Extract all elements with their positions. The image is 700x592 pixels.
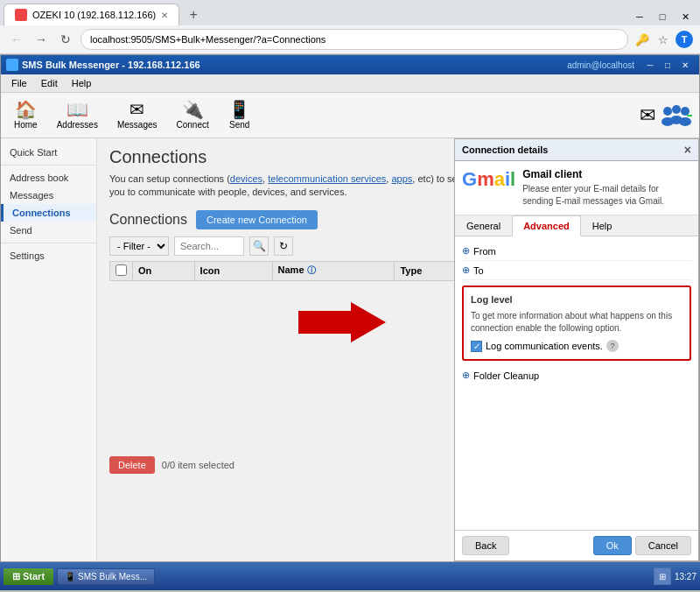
log-level-description: To get more information about what happe… <box>471 310 682 335</box>
gmail-description: Please enter your E-mail details for sen… <box>522 183 691 208</box>
app-titlebar: SMS Bulk Messenger - 192.168.112.166 adm… <box>1 55 699 74</box>
folder-cleanup-row[interactable]: ⊕ Folder Cleanup <box>462 366 691 384</box>
refresh-button[interactable]: ↻ <box>274 236 293 256</box>
user-label: admin@localhost <box>567 60 634 70</box>
taskbar-app-button[interactable]: 📱 SMS Bulk Mess... <box>57 568 155 585</box>
to-row[interactable]: ⊕ To <box>462 261 691 280</box>
select-all-checkbox[interactable] <box>116 264 127 276</box>
gmail-logo: Gmail <box>462 168 515 191</box>
taskbar-right: ⊞ 13:27 <box>654 567 696 585</box>
connect-label: Connect <box>177 120 209 130</box>
forward-button[interactable]: → <box>32 30 51 49</box>
filter-select[interactable]: - Filter - <box>109 236 169 256</box>
tab-advanced[interactable]: Advanced <box>512 215 581 236</box>
back-button[interactable]: ← <box>7 30 26 49</box>
browser-chrome: OZEKI 10 (192.168.112.166) ✕ + ─ □ ✕ ← →… <box>0 0 700 54</box>
send-icon: 📱 <box>228 101 250 118</box>
tab-help[interactable]: Help <box>581 215 624 236</box>
back-button[interactable]: Back <box>462 536 509 555</box>
connect-icon: 🔌 <box>182 101 204 118</box>
telecom-link[interactable]: telecommunication services <box>268 173 386 184</box>
col-checkbox <box>110 261 133 280</box>
connections-section-title: Connections <box>109 212 187 228</box>
gmail-info: Gmail client Please enter your E-mail de… <box>522 168 691 208</box>
app-window: SMS Bulk Messenger - 192.168.112.166 adm… <box>0 54 700 562</box>
gmail-header: Gmail Gmail client Please enter your E-m… <box>455 161 698 215</box>
sidebar-separator <box>1 165 96 166</box>
star-icon[interactable]: ☆ <box>654 31 672 48</box>
red-arrow <box>298 300 386 354</box>
sidebar-item-settings[interactable]: Settings <box>1 247 96 264</box>
tab-general[interactable]: General <box>455 215 512 236</box>
log-help-icon[interactable]: ? <box>606 340 619 352</box>
sidebar-item-quickstart[interactable]: Quick Start <box>1 144 96 161</box>
svg-point-0 <box>663 107 672 116</box>
browser-maximize-button[interactable]: □ <box>651 8 674 25</box>
app-close-button[interactable]: ✕ <box>676 58 694 72</box>
panel-content: ⊕ From ⊕ To Log level To get more inform… <box>455 236 698 530</box>
lock-icon: 🔑 <box>634 31 651 48</box>
app-win-controls: ─ □ ✕ <box>641 58 694 72</box>
cancel-button[interactable]: Cancel <box>635 536 691 555</box>
svg-marker-6 <box>298 302 386 342</box>
taskbar-app-label: SMS Bulk Mess... <box>78 572 147 581</box>
app-minimize-button[interactable]: ─ <box>641 58 659 72</box>
address-bar: ← → ↻ 🔑 ☆ T <box>0 25 700 54</box>
address-input[interactable] <box>80 29 628 50</box>
sidebar-item-connections[interactable]: Connections <box>1 204 96 222</box>
toolbar-send-button[interactable]: 📱 Send <box>220 96 259 134</box>
menu-edit[interactable]: Edit <box>34 76 65 90</box>
toolbar-addresses-button[interactable]: 📖 Addresses <box>49 96 106 134</box>
folder-expand-icon: ⊕ <box>462 370 470 381</box>
send-label: Send <box>229 120 249 130</box>
devices-link[interactable]: devices <box>230 173 262 184</box>
search-button[interactable]: 🔍 <box>249 236 269 256</box>
col-name: Name ⓘ <box>272 261 395 280</box>
user-avatar[interactable]: T <box>676 31 693 48</box>
apps-link[interactable]: apps <box>391 173 412 184</box>
main-area: Quick Start Address book Messages Connec… <box>1 138 699 561</box>
addresses-label: Addresses <box>57 120 98 130</box>
messages-icon: ✉ <box>130 101 144 118</box>
svg-point-1 <box>672 105 681 114</box>
panel-close-button[interactable]: × <box>684 143 691 157</box>
browser-tab[interactable]: OZEKI 10 (192.168.112.166) ✕ <box>4 4 179 25</box>
create-connection-button[interactable]: Create new Connection <box>196 210 318 229</box>
details-panel: Connection details × Gmail Gmail client … <box>454 138 699 561</box>
svg-point-5 <box>679 117 691 126</box>
tab-close-button[interactable]: ✕ <box>161 11 168 20</box>
toolbar-messages-button[interactable]: ✉ Messages <box>109 96 165 134</box>
new-tab-button[interactable]: + <box>183 4 204 25</box>
sidebar-item-addressbook[interactable]: Address book <box>1 169 96 187</box>
taskbar: ⊞ Start 📱 SMS Bulk Mess... ⊞ 13:27 <box>0 562 700 590</box>
content-area: Connections You can setup connections (d… <box>97 138 699 561</box>
menu-file[interactable]: File <box>4 76 34 90</box>
sidebar-item-messages[interactable]: Messages <box>1 187 96 204</box>
menu-help[interactable]: Help <box>65 76 99 90</box>
delete-button[interactable]: Delete <box>109 456 155 474</box>
clock: 13:27 <box>675 572 696 581</box>
search-input[interactable] <box>174 236 244 256</box>
log-events-label: Log communication events. <box>486 341 603 351</box>
browser-close-button[interactable]: ✕ <box>674 8 696 25</box>
messages-label: Messages <box>117 120 158 130</box>
log-events-checkbox[interactable] <box>471 341 482 352</box>
start-icon: ⊞ <box>12 571 20 582</box>
app-maximize-button[interactable]: □ <box>659 58 676 72</box>
toolbar-home-button[interactable]: 🏠 Home <box>6 96 46 134</box>
toolbar-connect-button[interactable]: 🔌 Connect <box>169 96 217 134</box>
reload-button[interactable]: ↻ <box>56 30 75 49</box>
col-on: On <box>133 261 195 280</box>
browser-minimize-button[interactable]: ─ <box>628 8 651 25</box>
ok-button[interactable]: Ok <box>593 536 632 555</box>
from-row[interactable]: ⊕ From <box>462 242 691 261</box>
panel-tabs: General Advanced Help <box>455 215 698 236</box>
start-button[interactable]: ⊞ Start <box>4 568 53 585</box>
start-label: Start <box>23 571 45 581</box>
sidebar-item-send[interactable]: Send <box>1 222 96 239</box>
col-icon: Icon <box>194 261 272 280</box>
tab-label: OZEKI 10 (192.168.112.166) <box>32 10 156 20</box>
log-level-title: Log level <box>471 294 682 305</box>
to-expand-icon: ⊕ <box>462 264 470 276</box>
taskbar-monitor-icon: ⊞ <box>654 567 671 585</box>
